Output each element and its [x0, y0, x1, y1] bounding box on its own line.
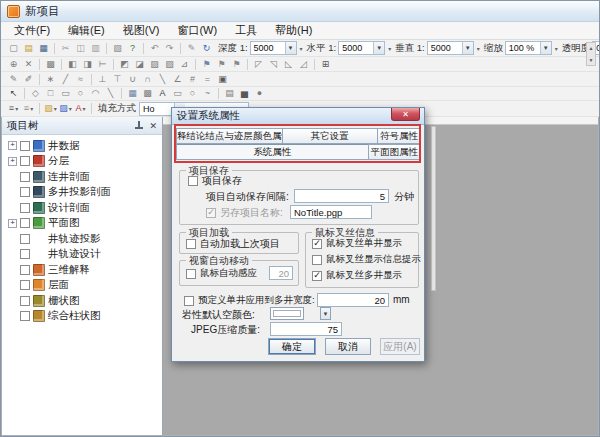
open-file-icon[interactable]: ▤	[22, 42, 35, 55]
tree-item[interactable]: 井轨迹投影	[2, 231, 162, 247]
tree-item-checkbox[interactable]	[20, 234, 30, 244]
crosshair-info-tip-checkbox[interactable]	[312, 255, 322, 265]
vertical-line-icon[interactable]: ⊥	[96, 73, 109, 86]
chevron-down-icon[interactable]: ▼	[373, 42, 384, 54]
new-file-icon[interactable]: ▢	[7, 42, 20, 55]
ok-button[interactable]: 确定	[268, 338, 316, 355]
tree-item[interactable]: 井轨迹设计	[2, 247, 162, 263]
dialog-tab[interactable]: 系统属性	[176, 144, 369, 160]
text-tool-icon[interactable]: A	[156, 87, 169, 100]
mouse-sense-checkbox[interactable]	[186, 269, 196, 279]
tree-item[interactable]: 设计剖面	[2, 200, 162, 216]
tree-item[interactable]: 平面图	[2, 216, 162, 232]
scroll-down-icon[interactable]: ▼	[589, 57, 594, 63]
slash-tool-icon[interactable]: ╲	[156, 73, 169, 86]
marker-tool3-icon[interactable]: ◺	[282, 58, 295, 71]
delete-tool-icon[interactable]: ✕	[22, 58, 35, 71]
tree-item[interactable]: 综合柱状图	[2, 309, 162, 325]
tree-item-checkbox[interactable]	[20, 172, 30, 182]
chevron-down-icon[interactable]: ▾	[15, 106, 18, 112]
chevron-down-icon[interactable]: ▾	[388, 45, 391, 52]
tree-item-checkbox[interactable]	[20, 311, 30, 321]
mouse-sense-input[interactable]: 20	[269, 266, 293, 280]
tree-item-checkbox[interactable]	[20, 280, 30, 290]
autosave-interval-input[interactable]: 5	[294, 189, 389, 203]
predef-width-checkbox[interactable]	[184, 296, 194, 306]
pin-icon[interactable]	[134, 121, 143, 130]
rect-shape-icon[interactable]: ▭	[59, 87, 72, 100]
curve-panel-icon[interactable]: ◩	[118, 58, 131, 71]
diamond-shape-icon[interactable]: ◇	[29, 87, 42, 100]
dialog-close-button[interactable]: ✕	[391, 108, 420, 121]
fill-color-icon[interactable]: ▨▾	[44, 102, 57, 115]
tree-item-checkbox[interactable]	[20, 187, 30, 197]
square-shape-icon[interactable]: □	[44, 87, 57, 100]
well-section-tool-icon[interactable]: ◧	[66, 58, 79, 71]
expand-icon[interactable]	[8, 157, 17, 166]
line-style-icon[interactable]: ≡▾	[7, 102, 20, 115]
dialog-tab[interactable]: 平面图属性	[368, 144, 422, 160]
balloon-tool-icon[interactable]: ○	[186, 87, 199, 100]
curve-panel5-icon[interactable]: ⊿	[178, 58, 191, 71]
menu-item[interactable]: 窗口(W)	[168, 23, 226, 38]
tree-item[interactable]: 连井剖面	[2, 169, 162, 185]
tree-item[interactable]: 栅状图	[2, 293, 162, 309]
chevron-down-icon[interactable]: ▾	[83, 106, 86, 112]
undo-icon[interactable]: ↶	[148, 42, 161, 55]
well-section-tool2-icon[interactable]: ◨	[81, 58, 94, 71]
print-icon[interactable]: ▧	[111, 42, 124, 55]
crosshair-single-well-checkbox[interactable]	[312, 239, 322, 249]
scale-combobox[interactable]: 100 % ▼	[505, 41, 552, 55]
chart-tool-icon[interactable]: ▅	[238, 87, 251, 100]
scale-combobox[interactable]: 5000 ▼	[250, 41, 297, 55]
scroll-up-icon[interactable]: ▲	[589, 45, 594, 51]
fill-region-icon[interactable]: ▣	[216, 73, 229, 86]
marker-tool4-icon[interactable]: ◿	[297, 58, 310, 71]
chevron-down-icon[interactable]: ▾	[555, 45, 558, 52]
flag-tool-icon[interactable]: ⚑	[200, 58, 213, 71]
tree-item-checkbox[interactable]	[20, 156, 30, 166]
ruler-icon[interactable]: ⊢	[96, 58, 109, 71]
tree-item-checkbox[interactable]	[20, 249, 30, 259]
arc-shape-icon[interactable]: ◠	[89, 87, 102, 100]
chevron-down-icon[interactable]: ▾	[30, 106, 33, 112]
font-color-icon[interactable]: A▾	[74, 102, 87, 115]
curve-panel3-icon[interactable]: ▨	[148, 58, 161, 71]
litho-color-dropdown[interactable]: ▼	[320, 307, 331, 320]
polyline-tool-icon[interactable]: ≈	[74, 73, 87, 86]
measure-tool-icon[interactable]: =	[201, 73, 214, 86]
line-color-icon[interactable]: ▨▾	[59, 102, 72, 115]
node-edit-icon[interactable]: ∗	[44, 73, 57, 86]
menu-item[interactable]: 工具	[226, 23, 266, 38]
marker-tool-icon[interactable]: ◸	[252, 58, 265, 71]
chevron-down-icon[interactable]: ▼	[462, 42, 473, 54]
hatch-tool-icon[interactable]: #	[186, 73, 199, 86]
auto-load-checkbox[interactable]	[186, 239, 196, 249]
curve-panel2-icon[interactable]: ◪	[133, 58, 146, 71]
close-icon[interactable]: ✕	[149, 121, 157, 131]
pen-tool-icon[interactable]: ✎	[7, 73, 20, 86]
menu-item[interactable]: 编辑(E)	[59, 23, 114, 38]
flag-tool3-icon[interactable]: ⚑	[230, 58, 243, 71]
toolbar-overflow-scroll[interactable]: ▲ ▼	[586, 42, 596, 66]
zoom-tool-icon[interactable]: ⊕	[7, 58, 20, 71]
flag-tool2-icon[interactable]: ⚑	[215, 58, 228, 71]
curve-up-icon[interactable]: ∩	[141, 73, 154, 86]
chevron-down-icon[interactable]: ▾	[69, 106, 72, 112]
table-tool-icon[interactable]: ▤	[223, 87, 236, 100]
edit-icon[interactable]: ✎	[185, 42, 198, 55]
scale-combobox[interactable]: 5000 ▼	[338, 41, 385, 55]
angle-tool-icon[interactable]: ∠	[171, 73, 184, 86]
help-icon[interactable]: ?	[126, 42, 139, 55]
scale-combobox[interactable]: 5000 ▼	[427, 41, 474, 55]
menu-item[interactable]: 文件(F)	[5, 23, 59, 38]
horizontal-line-icon[interactable]: ⊤	[111, 73, 124, 86]
menu-item[interactable]: 帮助(H)	[266, 23, 321, 38]
crosshair-multi-well-checkbox[interactable]	[312, 271, 322, 281]
dialog-tab[interactable]: 其它设置	[282, 128, 378, 144]
dialog-titlebar[interactable]: 设置系统属性	[172, 108, 424, 125]
refresh-icon[interactable]: ↻	[200, 42, 213, 55]
menu-item[interactable]: 视图(V)	[114, 23, 169, 38]
select-cursor-icon[interactable]: ↖	[7, 87, 20, 100]
tree-item[interactable]: 多井投影剖面	[2, 185, 162, 201]
